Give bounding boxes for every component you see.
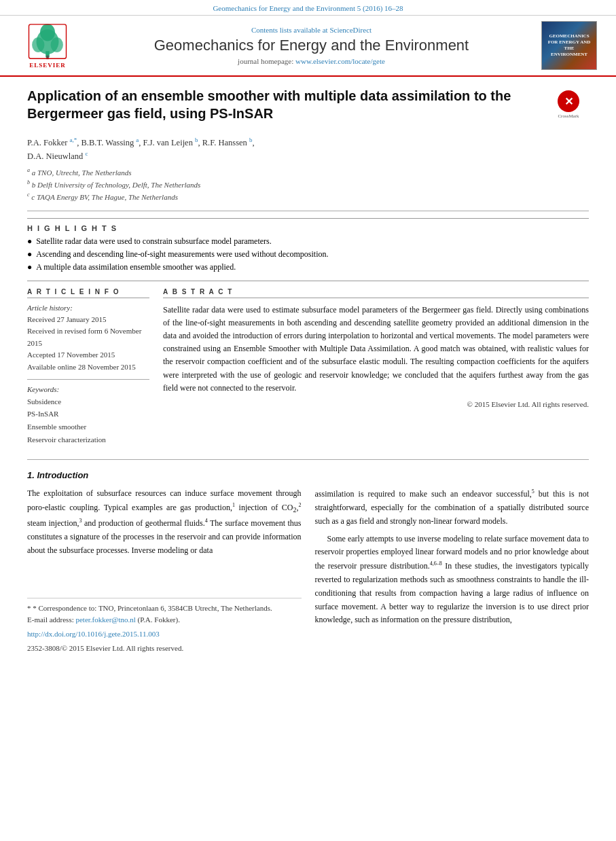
abstract-column: A B S T R A C T Satellite radar data wer… (163, 288, 589, 452)
crossmark-area: ✕ CrossMark (548, 87, 589, 119)
available-date: Available online 28 November 2015 (27, 361, 149, 374)
journal-homepage: journal homepage: www.elsevier.com/locat… (88, 57, 535, 65)
article-title: Application of an ensemble smoother with… (27, 87, 548, 122)
svg-point-3 (51, 37, 63, 52)
accepted-date: Accepted 17 November 2015 (27, 349, 149, 361)
article-history-heading: Article history: (27, 304, 149, 312)
main-content: Application of an ensemble smoother with… (0, 77, 616, 664)
footnote-email-link[interactable]: peter.fokker@tno.nl (75, 615, 135, 624)
bullet-icon-3: ● (27, 262, 32, 272)
issn-line: 2352-3808/© 2015 Elsevier Ltd. All right… (27, 642, 302, 654)
journal-header: ELSEVIER Contents lists available at Sci… (0, 16, 616, 77)
crossmark-circle-icon: ✕ (558, 90, 579, 112)
copyright-notice: © 2015 Elsevier Ltd. All rights reserved… (163, 400, 589, 408)
divider-1 (27, 211, 589, 211)
article-info-column: A R T I C L E I N F O Article history: R… (27, 288, 149, 452)
article-history-group: Article history: Received 27 January 201… (27, 304, 149, 374)
keyword-1: Subsidence (27, 395, 149, 408)
bullet-icon-1: ● (27, 236, 32, 247)
intro-heading: 1. Introduction (27, 470, 589, 480)
authors-line: P.A. Fokker a,*, B.B.T. Wassing a, F.J. … (27, 136, 589, 163)
highlights-section: H I G H L I G H T S ● Satellite radar da… (27, 218, 589, 281)
article-title-section: Application of an ensemble smoother with… (27, 87, 589, 129)
homepage-url[interactable]: www.elsevier.com/locate/gete (295, 57, 385, 65)
divider-2 (27, 459, 589, 460)
intro-two-col: The exploitation of subsurface resources… (27, 487, 589, 654)
affiliations: a a TNO, Utrecht, The Netherlands b b De… (27, 166, 589, 204)
article-info-abstract: A R T I C L E I N F O Article history: R… (27, 288, 589, 452)
article-info-label: A R T I C L E I N F O (27, 288, 149, 298)
sciencedirect-label: Contents lists available at ScienceDirec… (88, 26, 535, 34)
journal-cover-area: GEOMECHANICS FOR ENERGY AND THE ENVIRONM… (541, 21, 602, 70)
journal-citation-bar: Geomechanics for Energy and the Environm… (0, 0, 616, 16)
intro-left-col: The exploitation of subsurface resources… (27, 487, 302, 654)
bullet-icon-2: ● (27, 249, 32, 260)
highlight-item-1: ● Satellite radar data were used to cons… (27, 236, 589, 247)
highlight-item-2: ● Ascending and descending line-of-sight… (27, 249, 589, 260)
intro-para1: The exploitation of subsurface resources… (27, 487, 302, 557)
abstract-label: A B S T R A C T (163, 288, 589, 298)
sciencedirect-link[interactable]: ScienceDirect (329, 26, 372, 34)
doi-link[interactable]: http://dx.doi.org/10.1016/j.gete.2015.11… (27, 630, 160, 638)
doi-line: http://dx.doi.org/10.1016/j.gete.2015.11… (27, 628, 302, 640)
journal-title: Geomechanics for Energy and the Environm… (88, 37, 535, 54)
keywords-heading: Keywords: (27, 385, 149, 393)
keyword-4: Reservoir characterization (27, 433, 149, 446)
intro-para3: Some early attempts to use inverse model… (315, 533, 590, 628)
elsevier-tree-icon (24, 23, 71, 60)
svg-point-4 (40, 23, 55, 41)
footnotes: * * Correspondence to: TNO, Princetonlaa… (27, 598, 302, 654)
crossmark-label: CrossMark (558, 113, 579, 119)
footnote-email: E-mail address: peter.fokker@tno.nl (P.A… (27, 614, 302, 626)
cover-text: GEOMECHANICS FOR ENERGY AND THE ENVIRONM… (545, 33, 594, 58)
abstract-text: Satellite radar data were used to estima… (163, 304, 589, 395)
keywords-group: Keywords: Subsidence PS-InSAR Ensemble s… (27, 385, 149, 446)
introduction-section: 1. Introduction The exploitation of subs… (27, 470, 589, 654)
intro-right-col: assimilation is required to make such an… (315, 487, 590, 654)
crossmark-logo[interactable]: ✕ CrossMark (548, 90, 589, 119)
elsevier-label: ELSEVIER (29, 62, 66, 69)
svg-point-2 (32, 37, 44, 52)
elsevier-logo: ELSEVIER (14, 23, 81, 69)
keyword-2: PS-InSAR (27, 408, 149, 420)
revised-date: Received in revised form 6 November 2015 (27, 325, 149, 349)
received-date: Received 27 January 2015 (27, 314, 149, 326)
highlight-item-3: ● A multiple data assimilation ensemble … (27, 262, 589, 272)
keyword-3: Ensemble smoother (27, 420, 149, 433)
highlights-title: H I G H L I G H T S (27, 224, 589, 232)
journal-header-center: Contents lists available at ScienceDirec… (81, 26, 541, 65)
divider-info (27, 379, 149, 380)
journal-citation-text: Geomechanics for Energy and the Environm… (213, 4, 403, 12)
footnote-correspondence: * * Correspondence to: TNO, Princetonlaa… (27, 603, 302, 614)
intro-para2: assimilation is required to make such an… (315, 487, 590, 528)
elsevier-logo-area: ELSEVIER (14, 23, 81, 69)
journal-cover-image: GEOMECHANICS FOR ENERGY AND THE ENVIRONM… (541, 21, 597, 70)
